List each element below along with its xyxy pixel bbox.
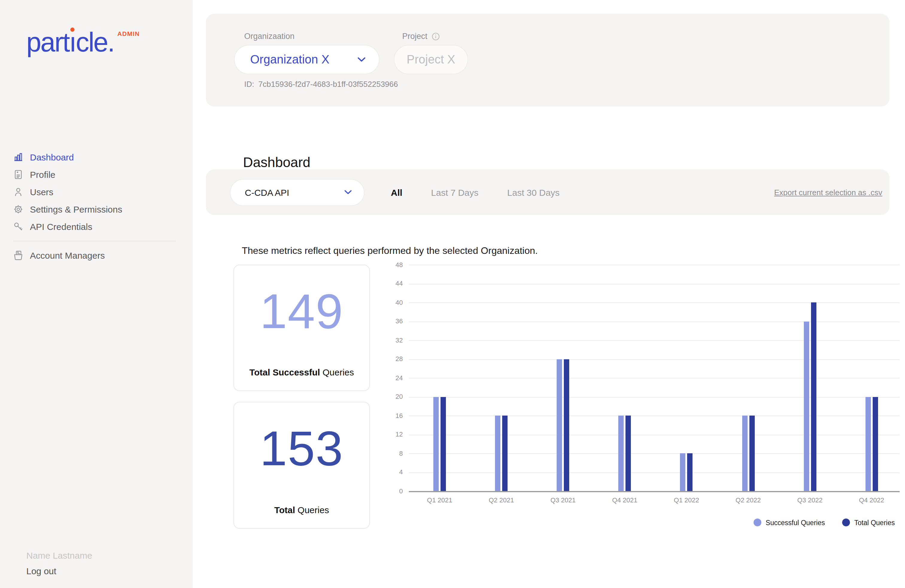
bar-successful-queries xyxy=(619,416,624,491)
organization-dropdown-value: Organization X xyxy=(250,53,330,67)
bar-total-queries xyxy=(749,416,754,491)
y-axis-label: 20 xyxy=(379,393,403,400)
bar-total-queries xyxy=(502,416,508,491)
x-axis-label: Q1 2021 xyxy=(413,496,467,504)
api-dropdown[interactable]: C-CDA API xyxy=(230,179,365,206)
sidebar-item-settings-permissions[interactable]: Settings & Permissions xyxy=(0,200,193,218)
user-name: Name Lastname xyxy=(26,550,92,561)
sidebar-item-profile[interactable]: Profile xyxy=(0,166,193,183)
gridline xyxy=(409,453,900,454)
brand-logo: partıcle. xyxy=(26,29,114,56)
tab-last-7-days[interactable]: Last 7 Days xyxy=(431,187,478,197)
sidebar-item-label: API Credentials xyxy=(30,222,92,232)
x-axis-label: Q1 2022 xyxy=(660,496,713,504)
metric-label-bold: Total Successful xyxy=(249,367,320,377)
org-project-panel: Organizaation Project Organization X Pro… xyxy=(206,14,889,106)
gridline xyxy=(409,359,900,359)
sidebar-item-account-managers[interactable]: Account Managers xyxy=(0,247,193,264)
metric-card-successful-queries: 149 Total Successful Queries xyxy=(233,265,370,391)
x-axis-label: Q3 2022 xyxy=(783,496,837,504)
gridline xyxy=(409,416,900,416)
organization-id-value: 7cb15936-f2d7-4683-b1ff-03f552253966 xyxy=(258,79,398,89)
x-axis-label: Q3 2021 xyxy=(536,496,590,504)
sidebar-item-label: Settings & Permissions xyxy=(30,204,122,215)
y-axis-label: 32 xyxy=(379,336,403,343)
gridline xyxy=(409,472,900,473)
y-axis-label: 28 xyxy=(379,355,403,362)
bar-successful-queries xyxy=(495,416,500,491)
sidebar-item-api-credentials[interactable]: API Credentials xyxy=(0,218,193,235)
metric-label-rest: Queries xyxy=(295,505,329,515)
gridline xyxy=(409,265,900,265)
metric-label: Total Successful Queries xyxy=(249,367,354,377)
metric-label-bold: Total xyxy=(275,505,295,515)
legend-item: Successful Queries xyxy=(754,518,825,526)
x-axis-label: Q2 2021 xyxy=(474,496,528,504)
sidebar-item-label: Dashboard xyxy=(30,152,74,162)
organization-label: Organizaation xyxy=(244,32,294,41)
app-window: partıcle. ADMIN Dashboard xyxy=(0,0,905,588)
metrics-note: These metrics reflect queries performed … xyxy=(242,245,538,256)
tab-last-30-days[interactable]: Last 30 Days xyxy=(507,187,560,197)
user-icon xyxy=(13,187,23,197)
gridline xyxy=(409,283,900,284)
page-title: Dashboard xyxy=(243,155,310,171)
box-icon xyxy=(13,250,23,261)
bar-total-queries xyxy=(687,453,693,491)
chevron-down-icon xyxy=(344,190,352,195)
filter-bar: C-CDA API All Last 7 Days Last 30 Days E… xyxy=(206,170,889,215)
sidebar: partıcle. ADMIN Dashboard xyxy=(0,0,193,588)
logout-link[interactable]: Log out xyxy=(26,566,92,576)
project-label: Project xyxy=(402,32,440,41)
x-axis-label: Q2 2022 xyxy=(721,496,775,504)
x-axis-label: Q4 2021 xyxy=(598,496,652,504)
y-axis-label: 24 xyxy=(379,374,403,381)
y-axis-label: 48 xyxy=(379,261,403,268)
admin-badge: ADMIN xyxy=(117,30,140,37)
export-csv-link[interactable]: Export current selection as .csv xyxy=(774,188,882,197)
bar-successful-queries xyxy=(557,359,562,491)
key-icon xyxy=(13,222,23,232)
bar-total-queries xyxy=(441,397,446,491)
bar-successful-queries xyxy=(742,416,747,491)
user-block: Name Lastname Log out xyxy=(26,550,92,576)
y-axis-label: 12 xyxy=(379,431,403,438)
bar-successful-queries xyxy=(865,397,870,491)
metric-value: 153 xyxy=(260,424,344,473)
tab-all[interactable]: All xyxy=(391,187,402,197)
organization-dropdown[interactable]: Organization X xyxy=(234,45,379,74)
y-axis-label: 40 xyxy=(379,299,403,306)
gridline xyxy=(409,434,900,435)
info-icon[interactable] xyxy=(432,32,440,40)
legend-dot xyxy=(754,518,761,526)
project-field[interactable]: Project X xyxy=(394,45,468,74)
sidebar-item-users[interactable]: Users xyxy=(0,183,193,200)
metric-value: 149 xyxy=(260,287,344,336)
gridline xyxy=(409,302,900,303)
chevron-down-icon xyxy=(357,57,366,62)
document-icon xyxy=(13,170,23,180)
logo-orange-dot xyxy=(70,27,75,32)
project-label-text: Project xyxy=(402,32,427,41)
legend-label: Total Queries xyxy=(854,519,895,526)
metric-card-total-queries: 153 Total Queries xyxy=(233,402,370,529)
gridline xyxy=(409,321,900,322)
x-axis-label: Q4 2022 xyxy=(845,496,899,504)
logo-letter-i: ı xyxy=(69,27,76,57)
project-field-value: Project X xyxy=(407,53,455,67)
metric-label-rest: Queries xyxy=(320,367,354,377)
y-axis-label: 16 xyxy=(379,412,403,419)
bar-successful-queries xyxy=(680,453,686,491)
legend-label: Successful Queries xyxy=(765,519,825,526)
sidebar-item-dashboard[interactable]: Dashboard xyxy=(0,148,193,166)
y-axis-label: 0 xyxy=(379,487,403,494)
sidebar-item-label: Users xyxy=(30,187,53,197)
x-axis-line xyxy=(409,491,900,492)
bar-total-queries xyxy=(626,416,631,491)
sidebar-item-label: Account Managers xyxy=(30,250,105,261)
y-axis-label: 8 xyxy=(379,450,403,456)
bar-total-queries xyxy=(811,302,816,491)
bar-successful-queries xyxy=(433,397,439,491)
metric-label: Total Queries xyxy=(275,505,329,515)
sidebar-item-label: Profile xyxy=(30,170,56,180)
